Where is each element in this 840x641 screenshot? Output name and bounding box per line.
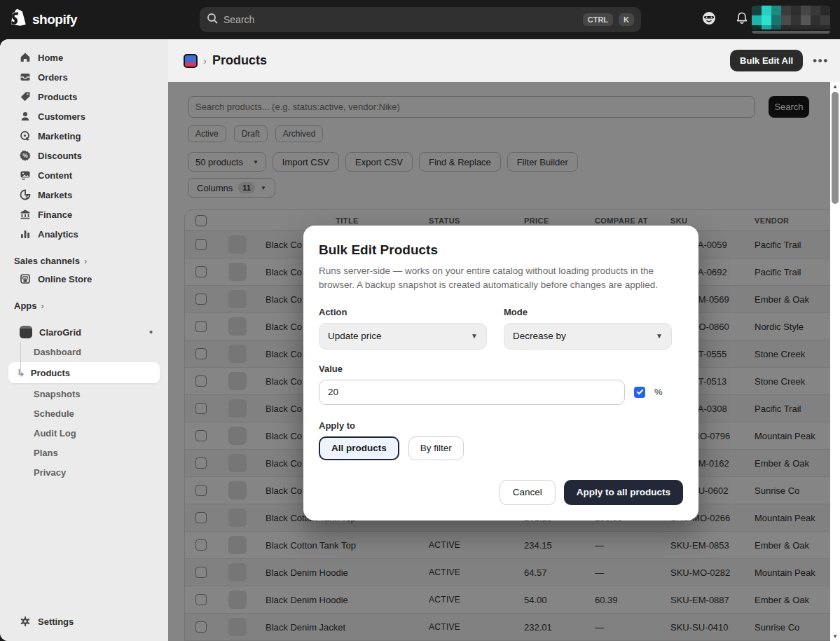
page-header: › Products Bulk Edit All ••• xyxy=(168,39,840,82)
apply-all-products-toggle[interactable]: All products xyxy=(319,436,399,460)
app-subitem-privacy[interactable]: Privacy xyxy=(0,462,168,482)
content-scrollbar[interactable]: ▲ ▼ xyxy=(830,82,840,641)
content-image-icon xyxy=(20,170,31,181)
bulk-edit-all-button[interactable]: Bulk Edit All xyxy=(730,50,803,71)
percent-label: % xyxy=(654,387,663,397)
value-input[interactable] xyxy=(319,380,625,405)
mode-label: Mode xyxy=(504,307,672,317)
breadcrumb-chevron-icon: › xyxy=(203,55,207,67)
global-search[interactable]: CTRL K xyxy=(200,7,641,32)
marketing-target-icon xyxy=(20,130,31,142)
orders-icon xyxy=(20,71,31,83)
action-label: Action xyxy=(319,307,487,317)
apply-to-label: Apply to xyxy=(319,420,683,431)
store-avatar-pixelated[interactable] xyxy=(752,6,830,34)
sidebar-item-discounts[interactable]: % Discounts xyxy=(0,146,168,165)
app-status-dot: • xyxy=(149,326,153,338)
app-subitem-dashboard[interactable]: Dashboard xyxy=(0,342,168,361)
app-subitem-audit-log[interactable]: Audit Log xyxy=(0,423,168,443)
sidebar-item-orders[interactable]: Orders xyxy=(0,67,168,87)
app-subitem-schedule[interactable]: Schedule xyxy=(0,404,168,423)
more-actions-button[interactable]: ••• xyxy=(813,55,829,67)
storefront-icon xyxy=(20,273,31,284)
value-label: Value xyxy=(319,364,683,374)
sidebar-item-settings[interactable]: Settings xyxy=(0,612,168,631)
clarogrid-app-icon xyxy=(20,326,32,338)
sidebar-item-online-store[interactable]: Online Store xyxy=(0,269,168,289)
apply-by-filter-toggle[interactable]: By filter xyxy=(408,436,464,460)
sidebar-item-finance[interactable]: Finance xyxy=(0,205,168,224)
search-icon xyxy=(207,13,218,27)
gear-icon xyxy=(20,616,31,627)
scroll-down-arrow-icon[interactable]: ▼ xyxy=(830,633,840,640)
app-favicon xyxy=(184,54,198,68)
apply-to-all-products-button[interactable]: Apply to all products xyxy=(564,480,683,505)
sidebar-item-products[interactable]: Products xyxy=(0,87,168,106)
person-icon xyxy=(20,111,31,122)
chevron-down-icon: ▼ xyxy=(471,332,478,340)
mode-select[interactable]: Decrease by ▼ xyxy=(504,323,672,350)
action-select[interactable]: Update price ▼ xyxy=(319,323,487,350)
shopify-logo[interactable]: shopify xyxy=(11,9,137,30)
sidebar-item-analytics[interactable]: Analytics xyxy=(0,224,168,244)
scrollbar-thumb[interactable] xyxy=(832,92,839,204)
bar-chart-icon xyxy=(20,228,31,240)
scroll-up-arrow-icon[interactable]: ▲ xyxy=(830,83,840,90)
chevron-right-icon: › xyxy=(41,301,44,311)
apps-header[interactable]: Apps › xyxy=(0,297,168,314)
app-subitem-plans[interactable]: Plans xyxy=(0,443,168,462)
shopify-wordmark: shopify xyxy=(32,12,77,27)
sales-channels-header[interactable]: Sales channels › xyxy=(0,252,168,269)
sidebar-item-customers[interactable]: Customers xyxy=(0,106,168,126)
svg-text:%: % xyxy=(22,152,28,159)
bulk-edit-modal: Bulk Edit Products Runs server-side — wo… xyxy=(303,226,698,521)
sidebar: Home Orders Products Customers Marketing… xyxy=(0,39,168,641)
ctrl-key-badge: CTRL xyxy=(583,13,613,26)
global-search-input[interactable] xyxy=(223,14,577,25)
notifications-bell-icon[interactable] xyxy=(735,11,749,28)
sidebar-app-clarogrid[interactable]: ClaroGrid • xyxy=(0,322,168,342)
modal-description: Runs server-side — works on your entire … xyxy=(319,264,673,293)
sidebar-item-content[interactable]: Content xyxy=(0,165,168,185)
app-subitem-snapshots[interactable]: Snapshots xyxy=(0,384,168,404)
shopify-bag-icon xyxy=(11,9,27,30)
page-title: Products xyxy=(212,53,267,68)
bank-icon xyxy=(20,209,31,220)
discount-badge-icon: % xyxy=(20,150,31,161)
percent-checkbox[interactable] xyxy=(634,387,645,398)
topbar: shopify CTRL K xyxy=(0,0,840,39)
assistant-face-icon[interactable] xyxy=(701,11,717,29)
markets-globe-icon: $ xyxy=(20,189,31,200)
home-icon xyxy=(20,52,31,63)
tag-icon xyxy=(20,91,31,102)
sidebar-item-markets[interactable]: $ Markets xyxy=(0,185,168,205)
modal-title: Bulk Edit Products xyxy=(319,242,683,258)
chevron-right-icon: › xyxy=(84,256,87,266)
nav-connector-line xyxy=(20,342,21,373)
sidebar-item-marketing[interactable]: Marketing xyxy=(0,126,168,146)
app-subitem-products-active[interactable]: ↳ Products xyxy=(8,362,160,383)
chevron-down-icon: ▼ xyxy=(656,332,663,340)
cancel-button[interactable]: Cancel xyxy=(500,480,556,505)
app-content: Search Active Draft Archived 50 products… xyxy=(168,82,840,641)
k-key-badge: K xyxy=(619,13,634,26)
sidebar-item-home[interactable]: Home xyxy=(0,48,168,67)
